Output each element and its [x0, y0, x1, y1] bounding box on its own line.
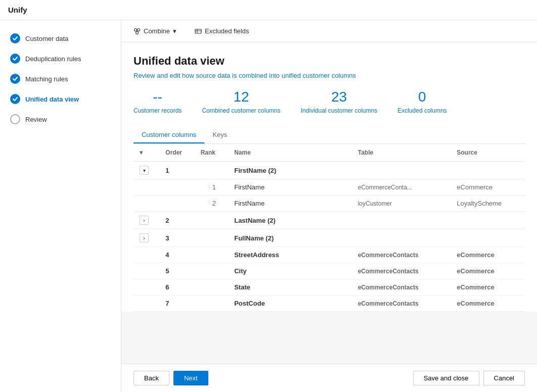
rank-cell — [195, 229, 229, 247]
rank-cell — [195, 263, 229, 279]
th-table: Table — [352, 144, 451, 162]
sidebar-item-label-deduplication: Deduplication rules — [25, 55, 81, 63]
sidebar-item-label-review: Review — [25, 116, 47, 123]
table-row: └1 FirstName eCommerceContа... eCommerce — [133, 179, 525, 195]
order-cell: 4 — [159, 247, 194, 263]
rank-cell — [195, 247, 229, 263]
rank-cell: └1 — [195, 179, 229, 195]
sidebar-item-review[interactable]: Review — [0, 109, 121, 129]
sidebar-item-label-customer-data: Customer data — [25, 35, 68, 42]
th-source: Source — [451, 144, 525, 162]
th-order: Order — [159, 144, 194, 162]
expand-button-2[interactable]: › — [140, 216, 149, 225]
page-content: Unified data view Review and edit how so… — [121, 42, 537, 312]
page-title: Unified data view — [133, 55, 525, 68]
next-button[interactable]: Next — [173, 371, 208, 385]
footer: Back Next Save and close Cancel — [121, 364, 537, 392]
excluded-fields-icon — [195, 28, 202, 35]
source-cell: eCommerce — [451, 247, 525, 263]
table-row: 7 PostCode eCommerceContacts eCommerce — [133, 296, 525, 312]
back-button[interactable]: Back — [133, 371, 169, 385]
stat-value-individual-columns: 23 — [331, 89, 347, 105]
source-cell — [451, 229, 525, 247]
check-icon-matching — [10, 74, 20, 84]
table-cell: eCommerceContа... — [352, 179, 451, 195]
table-cell — [352, 162, 451, 179]
tab-keys[interactable]: Keys — [204, 127, 235, 143]
order-cell: 3 — [159, 229, 194, 247]
svg-line-4 — [137, 31, 139, 31]
stat-value-combined-columns: 12 — [234, 89, 249, 105]
stat-customer-records: -- Customer records — [133, 89, 182, 115]
sidebar-item-label-unified: Unified data view — [25, 95, 79, 103]
svg-line-3 — [136, 31, 137, 31]
toolbar: Combine ▾ Excluded fields — [121, 20, 537, 42]
stat-label-individual-columns: Individual customer columns — [301, 107, 377, 115]
name-cell: FirstName — [228, 195, 351, 212]
stat-value-excluded-columns: 0 — [418, 89, 426, 105]
table-row: › 3 FullName (2) — [133, 229, 525, 247]
sidebar-item-deduplication-rules[interactable]: Deduplication rules — [0, 48, 121, 69]
excluded-fields-button[interactable]: Excluded fields — [191, 25, 253, 37]
data-table: ▾ Order Rank — [133, 144, 525, 312]
source-cell — [451, 212, 525, 229]
cancel-button[interactable]: Cancel — [483, 371, 525, 385]
th-order-label: Order — [165, 149, 182, 156]
name-cell: City — [228, 263, 351, 279]
table-cell — [352, 229, 451, 247]
th-name-label: Name — [234, 149, 251, 156]
order-cell: 7 — [159, 296, 194, 312]
stat-individual-columns: 23 Individual customer columns — [301, 89, 377, 115]
svg-point-0 — [135, 28, 137, 31]
expand-cell — [133, 279, 159, 296]
table-row: 5 City eCommerceContacts eCommerce — [133, 263, 525, 279]
order-cell: 5 — [159, 263, 194, 279]
source-cell: eCommerce — [451, 179, 525, 195]
svg-rect-5 — [195, 29, 201, 33]
rank-cell — [195, 296, 229, 312]
table-row: └2 FirstName loyCustomer LoyaltyScheme — [133, 195, 525, 212]
rank-cell — [195, 212, 229, 229]
table-row: 4 StreetAddress eCommerceContacts eComme… — [133, 247, 525, 263]
stats-row: -- Customer records 12 Combined customer… — [133, 89, 525, 115]
stat-value-customer-records: -- — [153, 89, 162, 105]
table-cell — [352, 212, 451, 229]
check-icon-unified — [10, 94, 20, 104]
th-expand: ▾ — [133, 144, 159, 162]
name-cell: FirstName (2) — [228, 162, 351, 179]
source-cell: eCommerce — [451, 296, 525, 312]
top-bar: Unify — [0, 0, 537, 20]
footer-right: Save and close Cancel — [413, 371, 525, 385]
sidebar-item-customer-data[interactable]: Customer data — [0, 28, 121, 48]
stat-excluded-columns: 0 Excluded columns — [397, 89, 446, 115]
combine-icon — [133, 28, 141, 35]
combine-button[interactable]: Combine ▾ — [129, 25, 181, 37]
order-cell — [159, 195, 194, 212]
svg-point-2 — [136, 31, 139, 34]
expand-cell — [133, 195, 159, 212]
app-title: Unify — [8, 6, 27, 14]
expand-cell: › — [133, 212, 159, 229]
stat-label-excluded-columns: Excluded columns — [397, 107, 446, 115]
save-close-button[interactable]: Save and close — [413, 371, 479, 385]
name-cell: StreetAddress — [228, 247, 351, 263]
expand-button-3[interactable]: › — [140, 233, 149, 242]
table-row: 6 State eCommerceContacts eCommerce — [133, 279, 525, 296]
tab-customer-columns[interactable]: Customer columns — [133, 127, 204, 143]
source-cell: LoyaltyScheme — [451, 195, 525, 212]
combine-label: Combine — [144, 27, 170, 35]
expand-cell: › — [133, 229, 159, 247]
table-cell: eCommerceContacts — [352, 247, 451, 263]
sidebar-item-unified-data-view[interactable]: Unified data view — [0, 89, 121, 109]
svg-point-1 — [138, 28, 140, 31]
table-row: › 2 LastName (2) — [133, 212, 525, 229]
stat-label-combined-columns: Combined customer columns — [202, 107, 280, 115]
th-rank-label: Rank — [201, 149, 215, 156]
expand-cell: ▾ — [133, 162, 159, 179]
sidebar-item-matching-rules[interactable]: Matching rules — [0, 69, 121, 89]
expand-button-1[interactable]: ▾ — [140, 166, 149, 175]
sidebar: Customer data Deduplication rules Matchi… — [0, 20, 121, 392]
empty-circle-review — [10, 114, 20, 124]
th-source-label: Source — [457, 149, 477, 156]
rank-cell — [195, 279, 229, 296]
